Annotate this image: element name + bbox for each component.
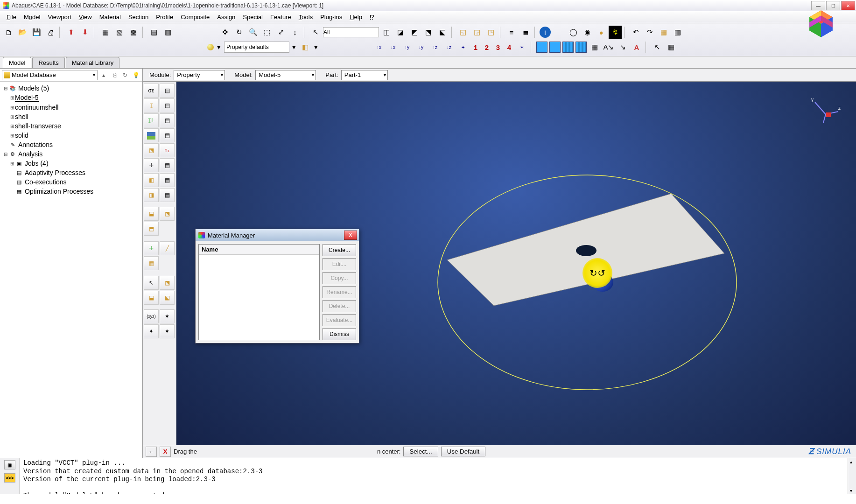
sel1-icon[interactable]: ◫ — [380, 26, 393, 39]
tree-models[interactable]: ⊟📚Models (5) — [1, 84, 141, 93]
wireframe-icon[interactable]: ▦ — [99, 26, 112, 39]
render-3-icon[interactable] — [562, 42, 574, 53]
grid-a-icon[interactable]: ≡ — [505, 26, 518, 39]
tree-opt[interactable]: ▦Optimization Processes — [1, 187, 141, 196]
create-button[interactable]: Create... — [323, 244, 356, 256]
tool-section-icon[interactable]: ▤ — [160, 84, 175, 98]
rename-button[interactable]: Rename... — [323, 286, 356, 298]
info-icon[interactable]: i — [540, 27, 551, 38]
tool-q4-icon[interactable]: ⬕ — [160, 291, 175, 305]
ring2-icon[interactable]: ◉ — [581, 26, 594, 39]
tool-datum-icon[interactable]: ✦ — [144, 324, 159, 338]
save-icon[interactable]: 💾 — [30, 26, 43, 39]
view-3[interactable]: 3 — [493, 43, 503, 51]
view-4[interactable]: 4 — [504, 43, 514, 51]
iso2-icon[interactable]: ◲ — [470, 26, 484, 39]
new-icon[interactable]: 🗋 — [2, 26, 15, 39]
use-default-button[interactable]: Use Default — [441, 447, 486, 456]
final-grid-icon[interactable]: ▦ — [665, 41, 678, 54]
module-select[interactable]: Property — [174, 70, 225, 80]
sel4-icon[interactable]: ⬔ — [422, 26, 435, 39]
upload-icon[interactable]: ⬆ — [64, 26, 77, 39]
tool-stringer-icon[interactable]: ⬓ — [144, 207, 159, 221]
zoombox-icon[interactable]: ⬚ — [260, 26, 274, 39]
color-drop-icon[interactable]: ▾ — [215, 41, 223, 54]
axis-iso-icon[interactable]: ✦ — [456, 41, 470, 54]
text-a-icon[interactable]: A — [630, 41, 643, 54]
tool-stringer-x-icon[interactable]: ⬔ — [160, 207, 175, 221]
tree-refresh-icon[interactable]: ↻ — [120, 70, 130, 80]
grid-b-icon[interactable]: ≣ — [519, 26, 532, 39]
tool-orient-mgr-icon[interactable]: ▤ — [160, 128, 175, 142]
axis-yz-icon[interactable]: ↓y — [414, 41, 428, 54]
annot-icon[interactable]: ▥ — [671, 26, 684, 39]
menu-composite[interactable]: Composite — [177, 12, 213, 22]
part-select[interactable]: Part-1 — [341, 70, 388, 80]
model-select[interactable]: Model-5 — [255, 70, 316, 80]
tool-profile-mgr-icon[interactable]: ▤ — [160, 98, 175, 112]
cycle-icon[interactable]: ↕ — [288, 26, 302, 39]
tool-csys2-icon[interactable]: ✶ — [160, 309, 175, 323]
print-icon[interactable]: 🖨 — [44, 26, 57, 39]
hidden-icon[interactable]: ▧ — [113, 26, 126, 39]
sel5-icon[interactable]: ⬕ — [436, 26, 449, 39]
tree-model5[interactable]: ⊞Model-5 — [1, 93, 141, 103]
grid2-icon[interactable]: ▥ — [161, 26, 175, 39]
render-opts-icon[interactable]: ▦ — [657, 26, 670, 39]
tree-item[interactable]: ⊞shell-transverse — [1, 121, 141, 131]
tool-q1-icon[interactable]: ↖ — [144, 276, 159, 290]
property-defaults-select[interactable] — [224, 42, 289, 53]
text-arrow-icon[interactable]: A↘ — [602, 41, 615, 54]
axis-xy-icon[interactable]: ↑x — [372, 41, 386, 54]
tree-item[interactable]: ⊞solid — [1, 131, 141, 140]
arrow-icon[interactable]: ↖ — [309, 26, 322, 39]
tool-assign-mgr-icon[interactable]: ▤ — [160, 113, 175, 127]
msg-icon-1[interactable]: ▣ — [4, 460, 15, 469]
axis-xz-icon[interactable]: ↓x — [386, 41, 400, 54]
tool-q2-icon[interactable]: ⬔ — [160, 276, 175, 290]
copy-button[interactable]: Copy... — [323, 272, 356, 284]
cube-drop-icon[interactable]: ▾ — [313, 41, 319, 54]
tree-adapt[interactable]: ▤Adaptivity Processes — [1, 168, 141, 177]
close-button[interactable]: ✕ — [841, 1, 855, 10]
axis-zx-icon[interactable]: ↑z — [428, 41, 442, 54]
axis-zy-icon[interactable]: ↓z — [442, 41, 456, 54]
tool-csys-icon[interactable]: (xyz) — [144, 309, 159, 323]
prompt-back-icon[interactable]: ← — [146, 447, 157, 457]
tool-special2-mgr-icon[interactable]: ▤ — [160, 188, 175, 202]
tool-material-icon[interactable]: σε — [144, 84, 159, 98]
ring1-icon[interactable]: ◯ — [567, 26, 580, 39]
tree-item[interactable]: ⊞shell — [1, 112, 141, 121]
tool-datum2-icon[interactable]: ✶ — [160, 324, 175, 338]
view-2[interactable]: 2 — [482, 43, 492, 51]
dialog-titlebar[interactable]: Material Manager X — [196, 229, 359, 241]
tool-skin-x-icon[interactable]: n₁ — [160, 143, 175, 157]
message-log[interactable]: Loading "VCCT" plug-in ... Version that … — [20, 458, 848, 494]
zoom-icon[interactable]: 🔍 — [246, 26, 260, 39]
prompt-cancel-icon[interactable]: X — [160, 447, 171, 457]
pan-icon[interactable]: ✥ — [218, 26, 232, 39]
material-list[interactable]: Name — [198, 244, 320, 340]
rotate-icon[interactable]: ↻ — [232, 26, 246, 39]
tree-up-icon[interactable]: ▴ — [99, 70, 108, 80]
tool-rebar-icon[interactable]: ✛ — [144, 158, 159, 172]
tool-orient-icon[interactable] — [144, 128, 159, 142]
redo-icon[interactable]: ↷ — [643, 26, 656, 39]
iso1-icon[interactable]: ◱ — [456, 26, 470, 39]
menu-view[interactable]: View — [75, 12, 96, 22]
axis-yx-icon[interactable]: ↑y — [400, 41, 414, 54]
menu-model[interactable]: Model — [20, 12, 44, 22]
database-selector[interactable]: Model Database — [2, 70, 98, 80]
tree-analysis[interactable]: ⊟⚙Analysis — [1, 149, 141, 159]
tree-item[interactable]: ⊞continuumshell — [1, 103, 141, 112]
legend-icon[interactable]: ▦ — [588, 41, 601, 54]
delete-button[interactable]: Delete... — [323, 300, 356, 312]
material-manager-dialog[interactable]: Material Manager X Name Create... Edit..… — [195, 229, 359, 343]
tool-line-icon[interactable]: ╱ — [160, 241, 175, 255]
tree-coexec[interactable]: ▥Co-executions — [1, 177, 141, 187]
tool-comp-icon[interactable]: ⬒ — [144, 222, 159, 236]
tree-annotations[interactable]: ✎Annotations — [1, 140, 141, 149]
menu-tools[interactable]: Tools — [295, 12, 316, 22]
tool-special1-icon[interactable]: ◧ — [144, 173, 159, 187]
menu-help[interactable]: Help — [346, 12, 366, 22]
